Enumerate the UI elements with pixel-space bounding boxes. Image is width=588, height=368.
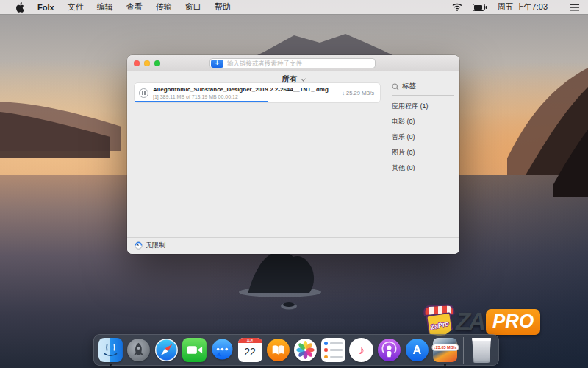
url-search-field: + bbox=[209, 58, 376, 68]
download-progress-fill bbox=[135, 101, 268, 103]
dock-trash[interactable] bbox=[470, 338, 494, 362]
tags-sidebar: 标签 应用程序 (1) 电影 (0) 音乐 (0) 图片 (0) 其他 (0) bbox=[392, 82, 454, 173]
tag-others[interactable]: 其他 (0) bbox=[392, 163, 454, 173]
tag-search-icon[interactable] bbox=[392, 83, 399, 91]
books-icon bbox=[266, 338, 290, 362]
menu-clock[interactable]: 周五 上午7:03 bbox=[498, 1, 548, 13]
minimize-button[interactable] bbox=[144, 60, 150, 66]
dock-divider bbox=[463, 337, 464, 364]
dock-safari[interactable] bbox=[154, 338, 179, 362]
calendar-icon: 11月 22 bbox=[238, 338, 262, 362]
dock-photos[interactable] bbox=[293, 338, 318, 362]
close-button[interactable] bbox=[134, 60, 140, 66]
safari-icon bbox=[154, 338, 179, 362]
search-input[interactable] bbox=[223, 60, 375, 67]
launchpad-icon bbox=[126, 338, 151, 362]
gauge-icon bbox=[135, 241, 143, 250]
battery-status[interactable] bbox=[473, 4, 487, 11]
dock-books[interactable] bbox=[266, 338, 290, 362]
tag-applications[interactable]: 应用程序 (1) bbox=[392, 102, 454, 111]
dock: 11月 22 bbox=[93, 334, 499, 366]
speed-limit-control[interactable]: 无限制 bbox=[135, 241, 165, 250]
podcasts-icon bbox=[377, 338, 401, 362]
list-icon bbox=[570, 4, 579, 11]
folx-window: + 所有 Allegorithmic_Substance_Designer_20… bbox=[127, 55, 459, 254]
tags-divider bbox=[392, 95, 454, 96]
tag-movies[interactable]: 电影 (0) bbox=[392, 117, 454, 127]
dock-music[interactable]: ♪ bbox=[349, 338, 373, 362]
dock-podcasts[interactable] bbox=[377, 338, 401, 362]
download-row[interactable]: Allegorithmic_Substance_Designer_2019.2.… bbox=[135, 83, 380, 102]
zoom-button[interactable] bbox=[154, 60, 160, 66]
menu-window[interactable]: 窗口 bbox=[179, 1, 208, 13]
pause-button[interactable] bbox=[139, 88, 148, 98]
folx-icon: ↓23.65 MB/s bbox=[433, 338, 457, 362]
music-note-glyph: ♪ bbox=[359, 343, 365, 358]
download-progress-track bbox=[135, 101, 380, 103]
menu-help[interactable]: 帮助 bbox=[208, 1, 237, 13]
music-icon: ♪ bbox=[349, 338, 373, 362]
apple-icon bbox=[15, 2, 24, 13]
messages-icon bbox=[210, 338, 234, 362]
dock-calendar[interactable]: 11月 22 bbox=[238, 338, 262, 362]
photos-icon bbox=[293, 338, 318, 362]
apple-menu[interactable] bbox=[9, 2, 31, 13]
folx-speed-badge: ↓23.65 MB/s bbox=[431, 344, 459, 351]
menu-app-name[interactable]: Folx bbox=[31, 3, 61, 12]
calendar-day: 22 bbox=[238, 343, 262, 361]
download-filename: Allegorithmic_Substance_Designer_2019.2.… bbox=[153, 86, 342, 93]
notification-center[interactable] bbox=[570, 4, 579, 11]
tag-music[interactable]: 音乐 (0) bbox=[392, 132, 454, 142]
menu-view[interactable]: 查看 bbox=[120, 1, 149, 13]
menu-edit[interactable]: 编辑 bbox=[90, 1, 120, 13]
menu-file[interactable]: 文件 bbox=[61, 1, 90, 13]
window-titlebar[interactable]: + bbox=[127, 55, 459, 71]
dock-launchpad[interactable] bbox=[126, 338, 151, 362]
tag-pictures[interactable]: 图片 (0) bbox=[392, 148, 454, 158]
wifi-status[interactable] bbox=[452, 3, 462, 11]
watermark-pro: PRO bbox=[486, 309, 540, 335]
dock-app-store[interactable]: A bbox=[405, 338, 429, 362]
download-details: [1] 389.11 MB of 713.19 MB 00:00:12 bbox=[153, 94, 342, 99]
trash-icon bbox=[471, 338, 492, 363]
dock-folx[interactable]: ↓23.65 MB/s bbox=[433, 338, 457, 362]
window-body: 所有 Allegorithmic_Substance_Designer_2019… bbox=[127, 71, 459, 254]
download-speed: ↓ 25.29 MB/s bbox=[342, 90, 374, 96]
dock-finder[interactable] bbox=[98, 338, 123, 362]
dock-messages[interactable] bbox=[210, 338, 234, 362]
dock-reminders[interactable] bbox=[321, 338, 345, 362]
chevron-down-icon bbox=[300, 77, 305, 82]
statusbar-divider bbox=[127, 237, 459, 238]
finder-icon bbox=[98, 338, 123, 362]
app-store-icon: A bbox=[405, 338, 429, 362]
dock-facetime[interactable] bbox=[182, 338, 207, 362]
speed-limit-label: 无限制 bbox=[146, 241, 165, 250]
watermark-za: ZA bbox=[456, 308, 484, 336]
menu-bar: Folx 文件 编辑 查看 传输 窗口 帮助 bbox=[0, 0, 588, 14]
store-label: ZaPro bbox=[430, 319, 450, 331]
menu-transfer[interactable]: 传输 bbox=[149, 1, 179, 13]
battery-icon bbox=[473, 4, 487, 11]
wifi-icon bbox=[452, 3, 462, 11]
running-indicator bbox=[110, 364, 112, 366]
tags-header-label: 标签 bbox=[402, 82, 416, 91]
calendar-month: 11月 bbox=[238, 338, 262, 343]
add-download-button[interactable]: + bbox=[211, 60, 223, 68]
filter-label: 所有 bbox=[282, 74, 298, 83]
reminders-icon bbox=[321, 338, 345, 362]
facetime-icon bbox=[182, 338, 207, 362]
svg-text:A: A bbox=[413, 343, 422, 356]
desktop: Folx 文件 编辑 查看 传输 窗口 帮助 bbox=[0, 0, 588, 368]
running-indicator bbox=[444, 364, 446, 366]
